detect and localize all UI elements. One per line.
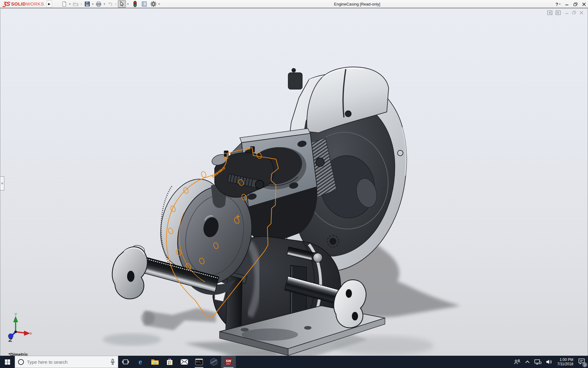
expand-arrow-icon: ▶ [48,2,51,6]
panel-tab-dot-icon [1,182,3,184]
taskbar-mail[interactable] [177,356,192,368]
help-button[interactable]: ? ▾ [556,2,560,7]
open-dropdown[interactable]: ▾ [81,2,82,6]
notification-count-badge: 3 [582,362,587,367]
svg-text:e: e [138,358,142,366]
print-icon [96,1,102,7]
file-explorer-icon [151,358,159,365]
taskbar-file-explorer[interactable] [148,356,162,368]
save-icon [84,1,90,7]
triad-x-label: X [30,331,32,336]
start-button[interactable] [0,356,15,368]
titlebar: ƷS SOLIDWORKS ▶ ▾ ▾ [0,0,588,8]
windows-logo-icon [5,359,10,365]
engine-casing-model[interactable]: 0.05HOLD [0,9,588,356]
select-tool-button[interactable] [118,0,126,8]
taskbar-solidworks[interactable]: SW 2017 [221,356,236,368]
taskbar-search[interactable] [15,356,118,368]
undo-button[interactable] [107,1,114,7]
doc-restore-button[interactable] [572,11,576,15]
new-document-dropdown[interactable]: ▾ [69,2,71,6]
undo-icon [107,1,113,7]
rebuild-button[interactable] [132,0,138,8]
undo-dropdown[interactable]: ▾ [115,2,117,6]
taskbar-3d-app[interactable] [206,356,221,368]
minimize-button[interactable] [565,2,569,6]
action-center-button[interactable]: 3 [578,358,585,366]
options-dropdown[interactable]: ▾ [158,2,160,6]
document-window-controls [547,10,583,15]
help-dropdown[interactable]: ▾ [559,3,560,6]
open-button[interactable] [72,1,79,7]
next-pane-button[interactable] [556,10,561,15]
file-properties-icon [141,1,147,7]
mail-icon [180,359,188,365]
document-title: EngineCasing [Read-only] [334,2,380,6]
cortana-icon [18,359,24,365]
solidworks-logo: ƷS SOLIDWORKS [0,0,47,8]
graphics-viewport[interactable]: 0.05HOLD [0,9,588,356]
tray-time: 1:00 PM [557,358,574,362]
restore-button[interactable] [573,2,578,6]
options-gear-icon [150,1,156,7]
help-icon: ? [556,2,558,7]
taskbar-store[interactable] [162,356,177,368]
print-button[interactable] [95,1,102,7]
select-tool-dropdown[interactable]: ▾ [127,2,129,6]
new-document-button[interactable] [61,1,68,7]
triad-y-label: Y [14,312,17,317]
solidworks-logo-icon: ƷS [3,1,10,7]
svg-text:C:\_: C:\_ [196,361,202,363]
people-icon[interactable] [514,359,521,365]
volume-icon[interactable] [546,359,552,365]
logo-works-text: WORKS [26,1,44,6]
hexagon-app-icon [210,358,218,366]
microphone-icon[interactable] [111,359,115,365]
svg-text:SW: SW [226,359,231,363]
network-icon[interactable] [534,359,541,365]
tray-expand-chevron-icon[interactable] [525,360,530,363]
orientation-triad: Y X [2,312,32,342]
previous-pane-button[interactable] [547,10,552,15]
taskbar-command-prompt[interactable]: C:\_ [192,356,206,368]
system-tray: 1:00 PM 7/11/2018 3 [514,356,588,368]
save-button[interactable] [84,1,91,7]
collapsed-panel-tab[interactable] [0,176,4,190]
tray-clock[interactable]: 1:00 PM 7/11/2018 [557,358,574,366]
view-orientation-label: *Dimetric [9,352,28,356]
options-button[interactable] [150,1,157,7]
menu-expand-button[interactable]: ▶ [47,1,52,7]
select-cursor-icon [119,1,125,7]
quick-access-toolbar: ▾ ▾ ▾ [61,0,161,8]
task-view-button[interactable] [118,356,133,368]
store-icon [166,358,173,366]
tray-date: 7/11/2018 [557,362,574,366]
save-dropdown[interactable]: ▾ [92,2,94,6]
logo-solid-text: SOLID [11,1,26,6]
command-prompt-icon: C:\_ [195,358,203,365]
open-icon [73,1,79,7]
doc-minimize-button[interactable] [565,11,569,15]
task-view-icon [122,359,129,365]
search-input[interactable] [27,359,107,365]
svg-text:2017: 2017 [226,363,231,365]
taskbar: e C:\_ [0,356,588,368]
file-properties-button[interactable] [141,1,148,7]
rebuild-traffic-light-icon [133,1,138,7]
new-document-icon [61,1,67,7]
taskbar-edge[interactable]: e [133,356,148,368]
solidworks-app-icon: SW 2017 [224,358,232,366]
edge-icon: e [136,358,144,366]
close-button[interactable] [582,2,586,6]
print-dropdown[interactable]: ▾ [104,2,105,6]
doc-close-button[interactable] [579,11,583,15]
